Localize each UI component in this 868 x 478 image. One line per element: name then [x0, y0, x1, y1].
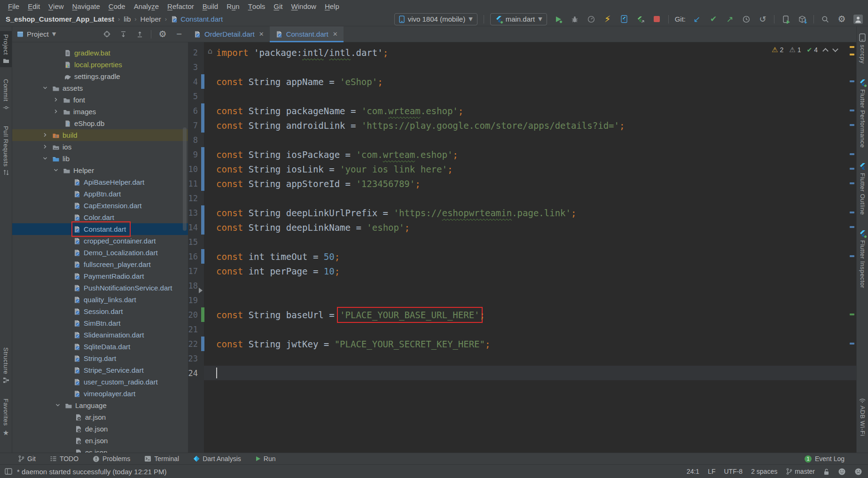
tree-item-quality-links-dart[interactable]: quality_links.dart [12, 294, 188, 306]
editor-tab-constant-dart[interactable]: Constant.dart✕ [270, 26, 344, 42]
commit-button[interactable]: ✔ [708, 14, 719, 24]
project-panel-title[interactable]: Project [27, 30, 49, 38]
tree-item-constant-dart[interactable]: Constant.dart [12, 223, 188, 235]
menu-item-refactor[interactable]: Refactor [163, 0, 198, 12]
tool-stripe-adb-wi-fi[interactable]: ADB Wi-Fi [857, 393, 868, 439]
code-line-15[interactable]: 15 [188, 235, 856, 249]
menu-item-run[interactable]: Run [222, 0, 244, 12]
caret-position[interactable]: 24:1 [687, 468, 699, 475]
tree-item-capextension-dart[interactable]: CapExtension.dart [12, 200, 188, 212]
lock-icon[interactable] [823, 468, 829, 475]
tree-item-assets[interactable]: assets [12, 82, 188, 94]
code-line-9[interactable]: 9const String iosPackage = 'com.wrteam.e… [188, 147, 856, 162]
inspection-weak-warning[interactable]: ⚠1 [789, 46, 801, 54]
tree-item-settings-gradle[interactable]: settings.gradle [12, 71, 188, 82]
stripe-changed-mark[interactable] [850, 80, 854, 82]
toolwindow-button-git[interactable]: Git [18, 455, 36, 462]
code-editor[interactable]: ⚠2⚠1✔4 2⌂import 'package:intl/intl.dart'… [188, 42, 856, 453]
tree-item-string-dart[interactable]: String.dart [12, 353, 188, 364]
tree-item-demo-localization-dart[interactable]: Demo_Localization.dart [12, 247, 188, 259]
stripe-changed-mark[interactable] [850, 110, 854, 111]
tool-stripe-favorites[interactable]: Favorites★ [0, 395, 12, 440]
sad-face-icon[interactable] [854, 468, 862, 476]
tree-item-de-json[interactable]: de.json [12, 423, 188, 435]
fold-marker-icon[interactable] [199, 288, 203, 293]
menu-item-file[interactable]: File [4, 0, 23, 12]
tree-item-apibasehelper-dart[interactable]: ApiBaseHelper.dart [12, 176, 188, 188]
code-line-8[interactable]: 8 [188, 133, 856, 147]
tree-item-lib[interactable]: lib [12, 153, 188, 165]
tree-item-language[interactable]: Language [12, 400, 188, 411]
git-branch[interactable]: master [786, 468, 815, 475]
profile-avatar-button[interactable] [853, 14, 863, 24]
window-layout-icon[interactable] [5, 468, 12, 475]
tree-item-es-json[interactable]: es.json [12, 447, 188, 453]
tree-item-helper[interactable]: Helper [12, 165, 188, 176]
toolwindow-button-run[interactable]: Run [255, 455, 276, 462]
inspection-passed[interactable]: ✔4 [806, 46, 818, 54]
tree-item-vimeoplayer-dart[interactable]: vimeoplayer.dart [12, 388, 188, 400]
import-fold-icon[interactable]: ⌂ [208, 47, 212, 55]
tool-stripe-flutter-inspector[interactable]: Flutter Inspector [857, 227, 868, 291]
inspection-widget[interactable]: ⚠2⚠1✔4 [772, 46, 837, 54]
rollback-button[interactable]: ↺ [758, 14, 768, 24]
tool-stripe-flutter-performance[interactable]: Flutter Performance [857, 76, 868, 151]
tree-item-build[interactable]: build [12, 129, 188, 141]
code-line-11[interactable]: 11const String appStoreId = '123456789'; [188, 176, 856, 191]
toolwindow-button-dart-analysis[interactable]: Dart Analysis [193, 455, 241, 462]
happy-face-icon[interactable] [838, 468, 846, 476]
menu-item-code[interactable]: Code [104, 0, 130, 12]
tool-stripe-flutter-outline[interactable]: Flutter Outline [857, 159, 868, 218]
expand-all-button[interactable] [118, 29, 128, 39]
tree-item-images[interactable]: images [12, 106, 188, 118]
stripe-warning-mark[interactable] [850, 46, 854, 48]
tree-item-paymentradio-dart[interactable]: PaymentRadio.dart [12, 270, 188, 282]
stripe-added-mark[interactable] [850, 313, 854, 315]
debug-button[interactable] [570, 14, 580, 24]
chevron-down-icon[interactable] [42, 156, 48, 161]
tree-item-ios[interactable]: ios [12, 141, 188, 153]
stripe-changed-mark[interactable] [850, 168, 854, 170]
toolwindow-button-terminal[interactable]: Terminal [144, 455, 179, 462]
next-problem-icon[interactable] [832, 46, 838, 52]
flutter-attach-button[interactable] [635, 14, 646, 24]
tree-item-slideanimation-dart[interactable]: Slideanimation.dart [12, 329, 188, 341]
code-line-10[interactable]: 10const String iosLink = 'your ios link … [188, 162, 856, 176]
code-line-21[interactable]: 21 [188, 322, 856, 337]
breadcrumb-item[interactable]: S_eshop_Customer_App_Latest [6, 15, 114, 23]
code-line-5[interactable]: 5 [188, 89, 856, 103]
tool-stripe-structure[interactable]: Structure [0, 344, 12, 387]
chevron-down-icon[interactable] [42, 85, 48, 91]
locate-button[interactable] [102, 29, 112, 39]
stripe-changed-mark[interactable] [850, 255, 854, 257]
close-icon[interactable]: ✕ [259, 31, 264, 38]
toolwindow-button-todo[interactable]: TODO [50, 455, 78, 462]
code-line-7[interactable]: 7const String androidLink = 'https://pla… [188, 118, 856, 133]
inspection-warning[interactable]: ⚠2 [772, 46, 783, 54]
tree-item-user-custom-radio-dart[interactable]: user_custom_radio.dart [12, 376, 188, 388]
chevron-down-icon[interactable] [55, 402, 61, 408]
menu-item-navigate[interactable]: Navigate [68, 0, 104, 12]
menu-item-view[interactable]: View [44, 0, 68, 12]
menu-item-edit[interactable]: Edit [23, 0, 44, 12]
tool-stripe-pull-requests[interactable]: Pull Requests [0, 123, 12, 180]
breadcrumb-item[interactable]: Helper [141, 15, 161, 23]
indent-setting[interactable]: 2 spaces [751, 468, 777, 475]
tree-item-simbtn-dart[interactable]: SimBtn.dart [12, 317, 188, 329]
push-button[interactable]: ↗ [725, 14, 735, 24]
close-icon[interactable]: ✕ [333, 31, 338, 38]
tree-item-font[interactable]: font [12, 94, 188, 106]
history-button[interactable] [741, 14, 751, 24]
code-line-14[interactable]: 14const String deepLinkName = 'eshop'; [188, 220, 856, 235]
settings-button[interactable]: ⚙ [837, 14, 847, 24]
stripe-changed-mark[interactable] [850, 124, 854, 126]
code-line-22[interactable]: 22const String jwtKey = "PLACE_YOUR_SECR… [188, 337, 856, 351]
code-line-23[interactable]: 23 [188, 351, 856, 366]
collapse-all-button[interactable] [134, 29, 145, 39]
hide-button[interactable]: ─ [174, 29, 184, 39]
stripe-changed-mark[interactable] [850, 343, 854, 345]
tree-item-ar-json[interactable]: ar.json [12, 411, 188, 423]
settings-button[interactable]: ⚙ [157, 29, 168, 39]
device-selector[interactable]: vivo 1804 (mobile) ▼ [394, 13, 477, 25]
chevron-right-icon[interactable] [53, 97, 59, 102]
